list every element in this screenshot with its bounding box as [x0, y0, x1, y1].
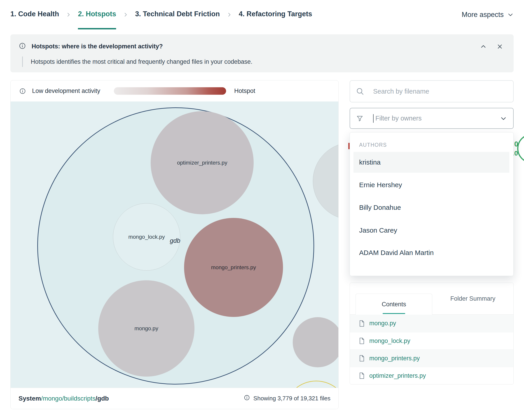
- tab-technical-debt-friction[interactable]: 3. Technical Debt Friction: [135, 0, 220, 29]
- chevron-right-icon: [123, 12, 128, 18]
- tab-code-health-label: 1. Code Health: [10, 10, 59, 18]
- path-system[interactable]: System: [18, 395, 41, 402]
- active-tab-underline: [383, 313, 405, 314]
- file-row-mongo-printers[interactable]: mongo_printers.py: [350, 349, 513, 367]
- more-aspects-button[interactable]: More aspects: [462, 11, 514, 19]
- tab-folder-summary-label: Folder Summary: [450, 295, 496, 302]
- author-name: ADAM David Alan Martin: [359, 249, 434, 257]
- bubble-optimizer-printers[interactable]: optimizer_printers.py: [151, 111, 254, 214]
- file-row-mongo[interactable]: mongo.py: [350, 315, 513, 332]
- breadcrumb-path: System/mongo/buildscripts/gdb: [18, 395, 109, 402]
- map-footer: System/mongo/buildscripts/gdb Showing 3,…: [11, 388, 338, 409]
- activity-gradient-bar: [114, 87, 226, 95]
- file-icon: [359, 338, 365, 344]
- author-name: Ernie Hershey: [359, 181, 402, 189]
- bubble-label: mongo.py: [134, 325, 158, 332]
- tab-refactoring-targets[interactable]: 4. Refactoring Targets: [239, 0, 312, 29]
- file-row-optimizer-printers[interactable]: optimizer_printers.py: [350, 367, 513, 384]
- file-row-mongo-lock[interactable]: mongo_lock.py: [350, 332, 513, 349]
- file-link: mongo_printers.py: [369, 355, 420, 362]
- chevron-right-icon: [227, 12, 232, 18]
- tab-refactoring-targets-label: 4. Refactoring Targets: [239, 10, 312, 18]
- file-icon: [359, 320, 365, 327]
- search-input[interactable]: Search by filename: [350, 80, 514, 102]
- chevron-down-icon: [507, 11, 514, 18]
- partial-bubble-top-right[interactable]: [313, 143, 338, 220]
- legend-hotspot-label: Hotspot: [234, 80, 255, 101]
- banner-title: Hotspots: where is the development activ…: [32, 43, 163, 50]
- bubble-mongo-lock[interactable]: mongo_lock.py: [113, 203, 180, 271]
- hotspot-map-card: Low development activity Hotspot optimiz…: [10, 80, 339, 409]
- author-option-jason-carey[interactable]: Jason Carey: [353, 220, 509, 241]
- banner-controls: [480, 43, 503, 50]
- parent-folder-label: gdb: [159, 237, 191, 244]
- bubble-mongo[interactable]: mongo.py: [98, 280, 194, 377]
- tab-contents[interactable]: Contents: [356, 294, 432, 315]
- search-placeholder: Search by filename: [373, 88, 429, 95]
- tab-contents-label: Contents: [382, 301, 406, 308]
- file-icon: [359, 372, 365, 379]
- file-link: optimizer_printers.py: [369, 372, 426, 379]
- text-cursor: [373, 114, 374, 123]
- path-leaf: /gdb: [96, 395, 109, 402]
- search-icon: [356, 87, 364, 95]
- filter-funnel-icon: [356, 115, 363, 122]
- info-icon: [19, 43, 26, 50]
- owner-filter-input[interactable]: Filter by owners: [350, 108, 514, 129]
- hotspots-info-banner: Hotspots: where is the development activ…: [10, 34, 514, 72]
- path-middle[interactable]: /mongo/buildscripts: [41, 395, 96, 402]
- author-option-kristina[interactable]: kristina: [353, 152, 509, 173]
- collapse-chevron-up-icon[interactable]: [480, 43, 487, 50]
- tab-technical-debt-friction-label: 3. Technical Debt Friction: [135, 10, 220, 18]
- folder-contents-card: Contents Folder Summary mongo.py mongo_l…: [350, 283, 514, 384]
- tab-folder-summary[interactable]: Folder Summary: [432, 283, 513, 314]
- author-name: Jason Carey: [359, 226, 397, 234]
- close-icon[interactable]: [497, 44, 503, 50]
- chevron-down-icon[interactable]: [500, 115, 507, 122]
- score-fragment-top: 0: [514, 140, 518, 148]
- hotspot-bubble-chart: optimizer_printers.py mongo_lock.py mong…: [11, 101, 338, 388]
- chevron-right-icon: [66, 12, 71, 18]
- file-link: mongo_lock.py: [369, 338, 410, 345]
- author-name: Billy Donahue: [359, 204, 401, 211]
- bubble-mongo-printers[interactable]: mongo_printers.py: [184, 218, 283, 317]
- owner-filter-placeholder: Filter by owners: [376, 115, 422, 122]
- legend-low-label: Low development activity: [32, 88, 100, 95]
- files-shown-group: Showing 3,779 of 19,321 files: [244, 395, 331, 402]
- tab-hotspots[interactable]: 2. Hotspots: [78, 0, 116, 29]
- banner-title-row: Hotspots: where is the development activ…: [19, 43, 163, 50]
- info-icon: [244, 395, 250, 402]
- author-option-ernie-hershey[interactable]: Ernie Hershey: [353, 175, 509, 195]
- bubble-label: optimizer_printers.py: [177, 160, 227, 166]
- score-gauge-fragment: [517, 134, 524, 163]
- author-option-billy-donahue[interactable]: Billy Donahue: [353, 197, 509, 218]
- aspect-nav: 1. Code Health 2. Hotspots 3. Technical …: [0, 0, 524, 29]
- banner-quote-bar: [22, 56, 23, 67]
- file-icon: [359, 355, 365, 362]
- contents-tabbar: Contents Folder Summary: [350, 283, 513, 315]
- more-aspects-label: More aspects: [462, 11, 504, 19]
- breadcrumb: 1. Code Health 2. Hotspots 3. Technical …: [10, 0, 312, 29]
- info-icon: [19, 88, 26, 94]
- authors-header: AUTHORS: [359, 142, 387, 148]
- activity-legend: Low development activity Hotspot: [11, 80, 338, 101]
- authors-dropdown: AUTHORS kristina Ernie Hershey Billy Don…: [350, 132, 514, 276]
- file-link: mongo.py: [369, 320, 396, 327]
- bubble-label: mongo_printers.py: [211, 264, 256, 271]
- partial-bubble-yellow-arc[interactable]: [284, 381, 338, 388]
- author-option-adam-david-alan-martin[interactable]: ADAM David Alan Martin: [353, 242, 509, 263]
- tab-hotspots-label: 2. Hotspots: [78, 10, 116, 18]
- author-name: kristina: [359, 159, 381, 166]
- files-shown-text: Showing 3,779 of 19,321 files: [253, 395, 331, 402]
- hotspots-page: 1. Code Health 2. Hotspots 3. Technical …: [0, 0, 524, 420]
- banner-description: Hotspots identifies the most critical an…: [31, 58, 253, 65]
- tab-code-health[interactable]: 1. Code Health: [10, 0, 59, 29]
- partial-bubble-bottom-right[interactable]: [293, 317, 338, 367]
